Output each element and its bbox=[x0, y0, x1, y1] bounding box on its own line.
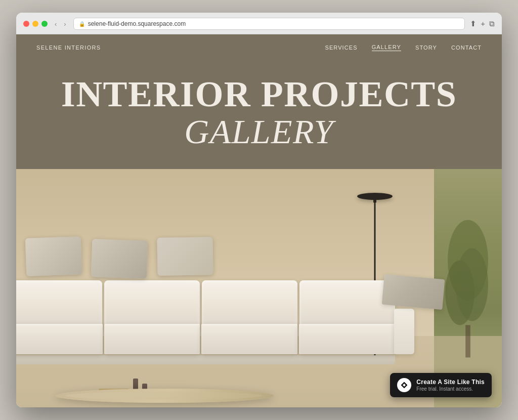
sofa-arm-right bbox=[394, 309, 414, 354]
sofa-cushions bbox=[26, 237, 375, 278]
tabs-icon[interactable]: ⧉ bbox=[489, 19, 495, 28]
browser-chrome: ‹ › 🔒 selene-fluid-demo.squarespace.com … bbox=[16, 13, 502, 34]
lamp-head bbox=[357, 193, 393, 200]
new-tab-icon[interactable]: + bbox=[481, 19, 485, 28]
svg-point-2 bbox=[456, 248, 488, 321]
site-logo: SELENE INTERIORS bbox=[36, 45, 101, 51]
interior-scene: Create A Site Like This Free trial. Inst… bbox=[16, 169, 502, 407]
blanket bbox=[381, 274, 445, 310]
browser-actions: ⬆ + ⧉ bbox=[470, 19, 495, 28]
tree-silhouette bbox=[444, 181, 492, 372]
site-header: SELENE INTERIORS SERVICES GALLERY STORY … bbox=[16, 34, 502, 61]
browser-controls: ‹ › bbox=[53, 19, 68, 29]
forward-button[interactable]: › bbox=[62, 19, 68, 29]
website-content: SELENE INTERIORS SERVICES GALLERY STORY … bbox=[16, 34, 502, 407]
address-bar[interactable]: 🔒 selene-fluid-demo.squarespace.com bbox=[73, 18, 465, 30]
sofa-seat bbox=[16, 324, 395, 354]
badge-text: Create A Site Like This Free trial. Inst… bbox=[416, 379, 485, 392]
svg-rect-3 bbox=[465, 325, 470, 357]
nav-services[interactable]: SERVICES bbox=[325, 45, 357, 51]
site-nav: SERVICES GALLERY STORY CONTACT bbox=[325, 44, 482, 51]
hero-title-line1: INTERIOR PROJECTS bbox=[36, 76, 482, 112]
url-text: selene-fluid-demo.squarespace.com bbox=[88, 20, 186, 27]
sofa-base bbox=[16, 355, 395, 364]
browser-window: ‹ › 🔒 selene-fluid-demo.squarespace.com … bbox=[16, 13, 502, 407]
hero-section: INTERIOR PROJECTS GALLERY bbox=[16, 61, 502, 169]
nav-story[interactable]: STORY bbox=[415, 45, 437, 51]
lock-icon: 🔒 bbox=[79, 21, 85, 27]
table-top bbox=[55, 389, 274, 403]
badge-sub-text: Free trial. Instant access. bbox=[416, 386, 485, 392]
sofa bbox=[16, 280, 395, 364]
share-icon[interactable]: ⬆ bbox=[470, 19, 477, 28]
back-button[interactable]: ‹ bbox=[53, 19, 59, 29]
main-image-section: Create A Site Like This Free trial. Inst… bbox=[16, 169, 502, 407]
nav-gallery[interactable]: GALLERY bbox=[372, 44, 401, 51]
cushion-1 bbox=[25, 236, 82, 276]
nav-contact[interactable]: CONTACT bbox=[451, 45, 482, 51]
maximize-button[interactable] bbox=[41, 21, 48, 27]
cushion-3 bbox=[157, 237, 213, 276]
cushion-2 bbox=[91, 239, 148, 279]
squarespace-logo-icon bbox=[397, 378, 411, 392]
hero-title-line2: GALLERY bbox=[36, 114, 482, 149]
close-button[interactable] bbox=[23, 21, 29, 27]
badge-main-text: Create A Site Like This bbox=[416, 379, 485, 386]
coffee-table bbox=[55, 389, 274, 403]
squarespace-badge[interactable]: Create A Site Like This Free trial. Inst… bbox=[390, 373, 492, 397]
minimize-button[interactable] bbox=[32, 21, 38, 27]
traffic-lights bbox=[23, 21, 48, 27]
sofa-back bbox=[16, 280, 395, 326]
